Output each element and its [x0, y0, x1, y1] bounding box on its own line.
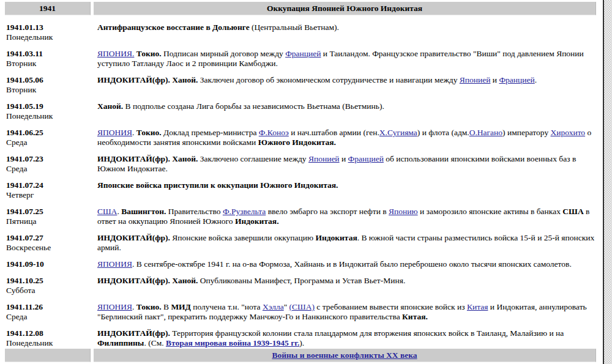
event-link[interactable]: Японией: [460, 75, 491, 84]
timeline-row: 1941.05.06ВторникИНДОКИТАЙ(фр). Ханой. З…: [5, 75, 596, 95]
row-event-text: ИНДОКИТАЙ(фр). Японские войска завершили…: [94, 233, 596, 253]
timeline-row: 1941.10.25СубботаИНДОКИТАЙ(фр). Ханой. О…: [5, 276, 596, 295]
event-bold-text: США: [562, 207, 583, 216]
event-text: . В сентябре-октябре 1941 г. на о-ва Фор…: [132, 259, 572, 269]
timeline-row: 1941.12.08ПонедельникИНДОКИТАЙ(фр). Терр…: [5, 329, 596, 348]
event-link[interactable]: Францией: [285, 49, 321, 58]
row-date-cell: 1941.07.23Среда: [5, 154, 91, 174]
event-link[interactable]: Х.Сугияма: [379, 128, 417, 137]
event-text: ввело эмбарго на экспорт нефти в: [266, 207, 389, 216]
vertical-scrollbar[interactable]: [603, 0, 612, 364]
page-content: 1941 Оккупация Японией Южного Индокитая …: [5, 2, 596, 355]
event-text: В подполье создана Лига борьбы за незави…: [123, 102, 384, 111]
event-bold-text: ИНДОКИТАЙ(фр). Ханой.: [97, 276, 198, 285]
event-link[interactable]: (США): [289, 302, 315, 311]
row-date: 1941.05.19: [6, 102, 91, 111]
event-text: Заключен договор об экономическом сотруд…: [198, 75, 459, 84]
row-date: 1941.07.23: [6, 154, 91, 164]
event-text: и заморозило японские активы в банках: [418, 207, 563, 216]
timeline-row: 1941.05.19ПонедельникХаной. В подполье с…: [5, 102, 596, 121]
row-event-text: ЯПОНИЯ. Токио. В МИД получена т.н. "нота…: [94, 302, 596, 322]
timeline-row: 1941.01.13ПонедельникАнтифранцузское вос…: [5, 23, 596, 42]
event-link[interactable]: Ф.Коноэ: [259, 128, 289, 137]
row-event-text: Ханой. В подполье создана Лига борьбы за…: [94, 102, 596, 121]
event-link[interactable]: Ф.Рузвельта: [223, 207, 266, 216]
row-event-text: ЯПОНИЯ. В сентябре-октябре 1941 г. на о-…: [94, 259, 596, 269]
event-link[interactable]: ЯПОНИЯ: [97, 259, 132, 269]
row-date-cell: 1941.01.13Понедельник: [5, 23, 91, 42]
row-date-cell: 1941.03.11Вторник: [5, 49, 91, 69]
event-link[interactable]: Китая: [467, 302, 488, 311]
row-date: 1941.12.08: [6, 329, 91, 338]
event-text: Правительство: [166, 207, 223, 216]
row-day: Четверг: [6, 190, 91, 200]
row-date-cell: 1941.07.25Пятница: [5, 207, 91, 226]
event-link[interactable]: Вторая мировая война 1939-1945 гг.: [166, 338, 299, 347]
row-date: 1941.07.27: [6, 233, 91, 243]
timeline-row: 1941.06.25СредаЯПОНИЯ. Токио. Доклад пре…: [5, 128, 596, 147]
event-text: .: [132, 302, 136, 311]
event-bold-text: Токио.: [136, 49, 162, 58]
row-day: Среда: [6, 138, 91, 147]
event-bold-text: Индокитая.: [235, 217, 279, 226]
row-date-cell: 1941.10.25Суббота: [5, 276, 91, 295]
event-text: Японские войска завершили оккупацию: [170, 233, 316, 242]
event-link[interactable]: Францией: [348, 154, 384, 163]
row-event-text: ЯПОНИЯ. Токио. Подписан мирный договор м…: [94, 49, 596, 69]
row-date-cell: 1941.09-10: [5, 259, 91, 269]
event-text: . (См.: [144, 338, 166, 347]
timeline-table-body: 1941.01.13ПонедельникАнтифранцузское вос…: [5, 23, 596, 348]
event-link[interactable]: ЯПОНИЯ.: [97, 49, 134, 58]
row-date-cell: 1941.12.08Понедельник: [5, 329, 91, 348]
event-text: Территория французской колонии стала пла…: [170, 329, 564, 338]
row-date-cell: 1941.11.26Среда: [5, 302, 91, 322]
timeline-row: 1941.09-10ЯПОНИЯ. В сентябре-октябре 194…: [5, 259, 596, 269]
row-day: Суббота: [6, 286, 91, 295]
row-event-text: ИНДОКИТАЙ(фр). Территория французской ко…: [94, 329, 596, 348]
event-link[interactable]: Хирохито: [551, 128, 586, 137]
event-text: ) и флота (адм.: [417, 128, 469, 137]
event-text: В: [162, 302, 171, 311]
row-date: 1941.05.06: [6, 75, 91, 85]
row-date-cell: 1941.05.06Вторник: [5, 75, 91, 95]
event-text: Опубликованы Манифест, Программа и Устав…: [198, 276, 405, 285]
table-footer-row: Войны и военные конфликты XX века: [5, 349, 596, 362]
event-bold-text: Южного Индокитая.: [258, 138, 336, 147]
event-link[interactable]: Францией: [499, 75, 534, 84]
row-day: Воскресенье: [6, 243, 91, 253]
event-bold-text: Антифранцузское восстание в Дольюнге: [97, 23, 250, 32]
event-bold-text: Китая.: [402, 312, 428, 321]
event-text: ": [284, 302, 289, 311]
event-text: (Центральный Вьетнам).: [250, 23, 339, 32]
event-bold-text: ИНДОКИТАЙ(фр).: [97, 233, 170, 242]
timeline-row: 1941.11.26СредаЯПОНИЯ. Токио. В МИД полу…: [5, 302, 596, 322]
event-bold-text: ИНДОКИТАЙ(фр). Ханой.: [97, 75, 198, 84]
row-date-cell: 1941.05.19Понедельник: [5, 102, 91, 121]
event-link[interactable]: ЯПОНИЯ: [97, 128, 132, 137]
row-day: Пятница: [6, 217, 91, 226]
row-event-text: США. Вашингтон. Правительство Ф.Рузвельт…: [94, 207, 596, 226]
row-date: 1941.10.25: [6, 276, 91, 286]
row-date: 1941.07.24: [6, 180, 91, 190]
event-text: и нач.штабов армии (ген.: [289, 128, 379, 137]
row-event-text: ЯПОНИЯ. Токио. Доклад премьер-министра Ф…: [94, 128, 596, 147]
event-bold-text: Филиппины: [97, 338, 144, 347]
event-link[interactable]: Японией: [308, 154, 340, 163]
event-link[interactable]: США: [97, 207, 117, 216]
event-link[interactable]: Хэлла: [263, 302, 284, 311]
row-date: 1941.03.11: [6, 49, 91, 59]
event-link[interactable]: Японию: [389, 207, 418, 216]
row-date: 1941.06.25: [6, 128, 91, 138]
row-day: Понедельник: [6, 32, 91, 42]
row-date-cell: 1941.07.27Воскресенье: [5, 233, 91, 253]
event-bold-text: Индокитая: [315, 233, 357, 242]
row-date-cell: 1941.06.25Среда: [5, 128, 91, 147]
event-text: Доклад премьер-министра: [162, 128, 259, 137]
event-bold-text: Вашингтон.: [121, 207, 166, 216]
footer-link[interactable]: Войны и военные конфликты XX века: [272, 351, 417, 360]
row-day: Среда: [6, 312, 91, 322]
event-link[interactable]: О.Нагано: [469, 128, 502, 137]
event-text: Заключено соглашение между: [198, 154, 308, 163]
event-bold-text: ИНДОКИТАЙ(фр). Ханой.: [97, 154, 198, 163]
event-link[interactable]: ЯПОНИЯ: [97, 302, 132, 311]
